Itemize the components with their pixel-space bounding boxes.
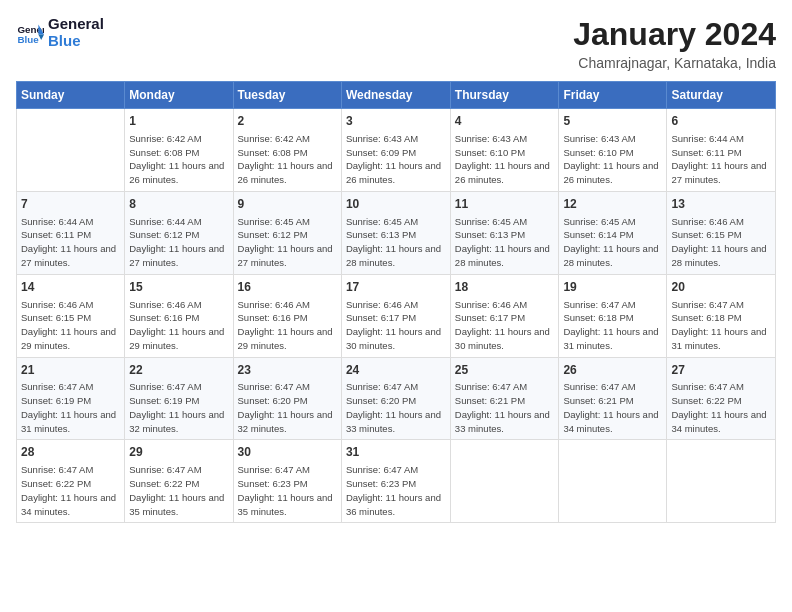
day-info: Sunrise: 6:47 AM Sunset: 6:20 PM Dayligh… (238, 380, 337, 435)
day-info: Sunrise: 6:47 AM Sunset: 6:21 PM Dayligh… (563, 380, 662, 435)
day-info: Sunrise: 6:43 AM Sunset: 6:10 PM Dayligh… (455, 132, 555, 187)
calendar-cell: 23Sunrise: 6:47 AM Sunset: 6:20 PM Dayli… (233, 357, 341, 440)
day-number: 11 (455, 196, 555, 213)
day-number: 18 (455, 279, 555, 296)
day-info: Sunrise: 6:47 AM Sunset: 6:18 PM Dayligh… (563, 298, 662, 353)
day-info: Sunrise: 6:47 AM Sunset: 6:18 PM Dayligh… (671, 298, 771, 353)
day-number: 10 (346, 196, 446, 213)
calendar-header: Sunday Monday Tuesday Wednesday Thursday… (17, 82, 776, 109)
day-number: 15 (129, 279, 228, 296)
header-thursday: Thursday (450, 82, 559, 109)
day-info: Sunrise: 6:47 AM Sunset: 6:22 PM Dayligh… (21, 463, 120, 518)
day-info: Sunrise: 6:43 AM Sunset: 6:09 PM Dayligh… (346, 132, 446, 187)
day-number: 8 (129, 196, 228, 213)
logo-general: General (48, 15, 104, 32)
day-number: 20 (671, 279, 771, 296)
day-info: Sunrise: 6:44 AM Sunset: 6:11 PM Dayligh… (21, 215, 120, 270)
subtitle: Chamrajnagar, Karnataka, India (573, 55, 776, 71)
day-info: Sunrise: 6:44 AM Sunset: 6:12 PM Dayligh… (129, 215, 228, 270)
day-info: Sunrise: 6:44 AM Sunset: 6:11 PM Dayligh… (671, 132, 771, 187)
calendar-table: Sunday Monday Tuesday Wednesday Thursday… (16, 81, 776, 523)
header-sunday: Sunday (17, 82, 125, 109)
header-saturday: Saturday (667, 82, 776, 109)
calendar-cell: 7Sunrise: 6:44 AM Sunset: 6:11 PM Daylig… (17, 191, 125, 274)
day-number: 26 (563, 362, 662, 379)
day-info: Sunrise: 6:42 AM Sunset: 6:08 PM Dayligh… (129, 132, 228, 187)
day-number: 30 (238, 444, 337, 461)
day-number: 14 (21, 279, 120, 296)
day-number: 4 (455, 113, 555, 130)
calendar-cell (559, 440, 667, 523)
logo-icon: General Blue (16, 19, 44, 47)
calendar-cell: 25Sunrise: 6:47 AM Sunset: 6:21 PM Dayli… (450, 357, 559, 440)
calendar-cell: 15Sunrise: 6:46 AM Sunset: 6:16 PM Dayli… (125, 274, 233, 357)
day-number: 27 (671, 362, 771, 379)
day-number: 5 (563, 113, 662, 130)
calendar-cell: 10Sunrise: 6:45 AM Sunset: 6:13 PM Dayli… (341, 191, 450, 274)
calendar-cell: 28Sunrise: 6:47 AM Sunset: 6:22 PM Dayli… (17, 440, 125, 523)
week-row-5: 28Sunrise: 6:47 AM Sunset: 6:22 PM Dayli… (17, 440, 776, 523)
week-row-1: 1Sunrise: 6:42 AM Sunset: 6:08 PM Daylig… (17, 109, 776, 192)
day-info: Sunrise: 6:46 AM Sunset: 6:15 PM Dayligh… (671, 215, 771, 270)
calendar-cell: 3Sunrise: 6:43 AM Sunset: 6:09 PM Daylig… (341, 109, 450, 192)
calendar-cell: 22Sunrise: 6:47 AM Sunset: 6:19 PM Dayli… (125, 357, 233, 440)
day-number: 17 (346, 279, 446, 296)
day-info: Sunrise: 6:47 AM Sunset: 6:21 PM Dayligh… (455, 380, 555, 435)
calendar-cell: 2Sunrise: 6:42 AM Sunset: 6:08 PM Daylig… (233, 109, 341, 192)
header: General Blue General Blue January 2024 C… (16, 16, 776, 71)
calendar-cell: 18Sunrise: 6:46 AM Sunset: 6:17 PM Dayli… (450, 274, 559, 357)
title-block: January 2024 Chamrajnagar, Karnataka, In… (573, 16, 776, 71)
week-row-2: 7Sunrise: 6:44 AM Sunset: 6:11 PM Daylig… (17, 191, 776, 274)
calendar-cell: 5Sunrise: 6:43 AM Sunset: 6:10 PM Daylig… (559, 109, 667, 192)
day-info: Sunrise: 6:47 AM Sunset: 6:23 PM Dayligh… (238, 463, 337, 518)
day-info: Sunrise: 6:47 AM Sunset: 6:22 PM Dayligh… (671, 380, 771, 435)
calendar-cell: 11Sunrise: 6:45 AM Sunset: 6:13 PM Dayli… (450, 191, 559, 274)
day-number: 28 (21, 444, 120, 461)
calendar-cell: 21Sunrise: 6:47 AM Sunset: 6:19 PM Dayli… (17, 357, 125, 440)
calendar-cell: 19Sunrise: 6:47 AM Sunset: 6:18 PM Dayli… (559, 274, 667, 357)
day-info: Sunrise: 6:45 AM Sunset: 6:12 PM Dayligh… (238, 215, 337, 270)
day-info: Sunrise: 6:47 AM Sunset: 6:19 PM Dayligh… (129, 380, 228, 435)
calendar-cell: 8Sunrise: 6:44 AM Sunset: 6:12 PM Daylig… (125, 191, 233, 274)
day-info: Sunrise: 6:47 AM Sunset: 6:22 PM Dayligh… (129, 463, 228, 518)
calendar-cell: 27Sunrise: 6:47 AM Sunset: 6:22 PM Dayli… (667, 357, 776, 440)
day-info: Sunrise: 6:46 AM Sunset: 6:17 PM Dayligh… (346, 298, 446, 353)
calendar-body: 1Sunrise: 6:42 AM Sunset: 6:08 PM Daylig… (17, 109, 776, 523)
svg-marker-3 (38, 34, 44, 40)
day-number: 24 (346, 362, 446, 379)
calendar-page: General Blue General Blue January 2024 C… (0, 0, 792, 531)
svg-text:Blue: Blue (17, 33, 39, 44)
day-info: Sunrise: 6:46 AM Sunset: 6:15 PM Dayligh… (21, 298, 120, 353)
day-info: Sunrise: 6:45 AM Sunset: 6:13 PM Dayligh… (346, 215, 446, 270)
day-number: 6 (671, 113, 771, 130)
calendar-cell: 29Sunrise: 6:47 AM Sunset: 6:22 PM Dayli… (125, 440, 233, 523)
day-number: 12 (563, 196, 662, 213)
calendar-cell: 4Sunrise: 6:43 AM Sunset: 6:10 PM Daylig… (450, 109, 559, 192)
day-number: 23 (238, 362, 337, 379)
logo-text-block: General Blue (48, 16, 104, 49)
day-info: Sunrise: 6:43 AM Sunset: 6:10 PM Dayligh… (563, 132, 662, 187)
header-tuesday: Tuesday (233, 82, 341, 109)
calendar-cell: 13Sunrise: 6:46 AM Sunset: 6:15 PM Dayli… (667, 191, 776, 274)
header-row: Sunday Monday Tuesday Wednesday Thursday… (17, 82, 776, 109)
day-info: Sunrise: 6:46 AM Sunset: 6:16 PM Dayligh… (129, 298, 228, 353)
calendar-cell (450, 440, 559, 523)
calendar-cell: 24Sunrise: 6:47 AM Sunset: 6:20 PM Dayli… (341, 357, 450, 440)
day-number: 31 (346, 444, 446, 461)
main-title: January 2024 (573, 16, 776, 53)
header-wednesday: Wednesday (341, 82, 450, 109)
day-info: Sunrise: 6:47 AM Sunset: 6:20 PM Dayligh… (346, 380, 446, 435)
day-number: 21 (21, 362, 120, 379)
header-monday: Monday (125, 82, 233, 109)
calendar-cell (17, 109, 125, 192)
day-info: Sunrise: 6:42 AM Sunset: 6:08 PM Dayligh… (238, 132, 337, 187)
calendar-cell: 30Sunrise: 6:47 AM Sunset: 6:23 PM Dayli… (233, 440, 341, 523)
day-number: 25 (455, 362, 555, 379)
day-number: 19 (563, 279, 662, 296)
calendar-cell: 9Sunrise: 6:45 AM Sunset: 6:12 PM Daylig… (233, 191, 341, 274)
day-number: 1 (129, 113, 228, 130)
calendar-cell: 20Sunrise: 6:47 AM Sunset: 6:18 PM Dayli… (667, 274, 776, 357)
day-number: 29 (129, 444, 228, 461)
day-info: Sunrise: 6:47 AM Sunset: 6:19 PM Dayligh… (21, 380, 120, 435)
calendar-cell: 16Sunrise: 6:46 AM Sunset: 6:16 PM Dayli… (233, 274, 341, 357)
